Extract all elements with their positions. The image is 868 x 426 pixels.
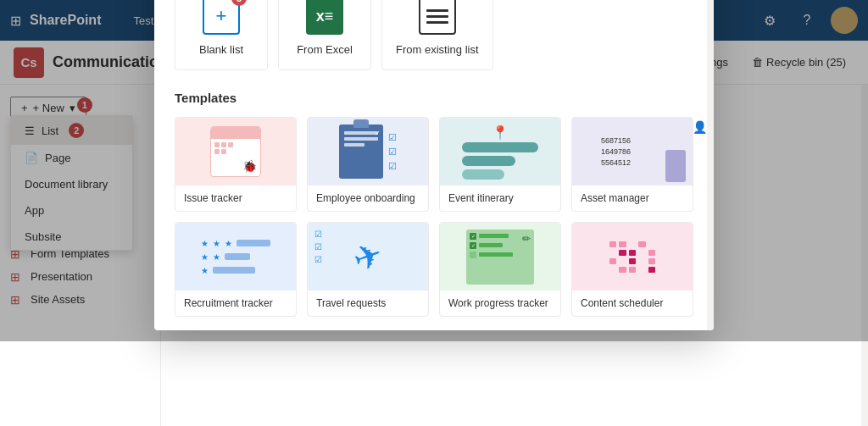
issue-tracker-thumb: 🐞 (175, 118, 296, 185)
issue-tracker-label: Issue tracker (175, 185, 296, 211)
from-excel-label: From Excel (297, 43, 353, 56)
from-excel-icon: x≡ (304, 0, 345, 36)
templates-grid: 🐞 Issue tracker (175, 117, 693, 317)
modal-top-row: + 3 Blank list x≡ From Excel (175, 0, 693, 70)
from-existing-card[interactable]: From existing list (381, 0, 493, 70)
create-list-modal: Create a list ✕ + 3 Blank list (154, 0, 714, 330)
employee-onboarding-label: Employee onboarding (308, 185, 428, 211)
content-scheduler-thumb (572, 223, 693, 290)
template-card-event-itinerary[interactable]: 📍 Event itinerary (439, 117, 561, 212)
template-card-travel-requests[interactable]: ☑ ☑ ☑ ✈ Travel requests (307, 222, 429, 317)
event-itinerary-thumb: 📍 (440, 118, 560, 185)
template-card-recruitment-tracker[interactable]: ★ ★ ★ ★ ★ ★ (175, 222, 297, 317)
blank-list-label: Blank list (199, 43, 243, 56)
recruitment-tracker-label: Recruitment tracker (175, 290, 296, 316)
modal-scrollbar[interactable] (707, 0, 714, 330)
airplane-icon: ✈ (348, 234, 388, 280)
template-card-employee-onboarding[interactable]: ✓ ☑ ☑ ☑ Employee onboarding (307, 117, 429, 212)
template-card-asset-manager[interactable]: 5687156 1649786 5564512 Asset manager (571, 117, 693, 212)
from-existing-label: From existing list (396, 43, 479, 56)
employee-onboarding-thumb: ✓ ☑ ☑ ☑ (308, 118, 428, 185)
modal-overlay: Create a list ✕ + 3 Blank list (0, 0, 868, 341)
content-scheduler-label: Content scheduler (572, 290, 693, 316)
recruitment-tracker-thumb: ★ ★ ★ ★ ★ ★ (175, 223, 296, 290)
work-progress-thumb: ✓ ✓ (440, 223, 560, 290)
from-excel-card[interactable]: x≡ From Excel (278, 0, 371, 70)
blank-list-icon: + 3 (201, 0, 242, 36)
pencil-icon: ✏ (522, 233, 531, 245)
phone-icon (665, 150, 686, 182)
travel-requests-label: Travel requests (308, 290, 428, 316)
blank-list-card[interactable]: + 3 Blank list (175, 0, 268, 70)
from-existing-icon (417, 0, 458, 36)
template-card-content-scheduler[interactable]: Content scheduler (571, 222, 693, 317)
asset-manager-thumb: 5687156 1649786 5564512 (572, 118, 693, 185)
event-itinerary-label: Event itinerary (440, 185, 560, 211)
travel-requests-thumb: ☑ ☑ ☑ ✈ (308, 223, 428, 290)
templates-section-title: Templates (175, 91, 693, 105)
asset-manager-label: Asset manager (572, 185, 693, 211)
modal-body: + 3 Blank list x≡ From Excel (154, 0, 714, 330)
template-card-issue-tracker[interactable]: 🐞 Issue tracker (175, 117, 297, 212)
template-card-work-progress-tracker[interactable]: ✓ ✓ (439, 222, 561, 317)
badge3: 3 (231, 0, 247, 6)
work-progress-tracker-label: Work progress tracker (440, 290, 560, 316)
